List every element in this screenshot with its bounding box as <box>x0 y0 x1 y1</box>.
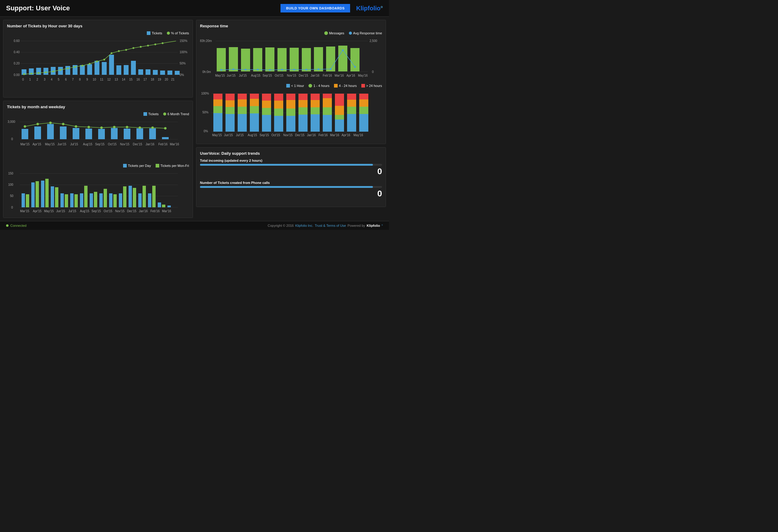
klipfolio-logo: Klipfolio° <box>356 5 383 12</box>
svg-rect-154 <box>152 186 156 207</box>
klipfolio-link[interactable]: Klipfolio Inc. <box>295 224 313 227</box>
svg-rect-177 <box>241 49 250 71</box>
svg-rect-229 <box>238 94 247 99</box>
svg-text:Jul'15: Jul'15 <box>68 210 76 213</box>
svg-text:6: 6 <box>65 78 67 81</box>
svg-rect-233 <box>250 94 259 99</box>
page-title: Support: User Voice <box>6 4 70 12</box>
svg-text:Nov'15: Nov'15 <box>283 134 293 137</box>
svg-text:Sep'15: Sep'15 <box>262 74 272 77</box>
svg-rect-262 <box>347 114 356 132</box>
svg-point-189 <box>245 69 246 71</box>
svg-rect-178 <box>253 48 262 71</box>
logo-text: Klipfolio <box>356 5 381 12</box>
svg-rect-180 <box>278 48 287 71</box>
trust-link[interactable]: Trust & Terms of Use <box>315 224 346 227</box>
svg-rect-255 <box>323 107 332 115</box>
svg-point-94 <box>49 122 52 124</box>
legend-per-day: Tickets per Day <box>123 164 151 167</box>
svg-point-99 <box>113 126 115 128</box>
footer-logo: Klipfolio <box>367 224 380 227</box>
svg-text:Mar'16: Mar'16 <box>330 134 339 137</box>
svg-text:Feb'16: Feb'16 <box>323 74 332 77</box>
svg-point-37 <box>45 71 47 73</box>
panel1-title: Number of Tickets by Hour over 30 days <box>7 24 189 28</box>
svg-rect-246 <box>298 115 308 132</box>
legend-color-blue <box>147 31 150 35</box>
svg-rect-239 <box>274 108 283 116</box>
svg-text:Oct'15: Oct'15 <box>104 210 112 213</box>
svg-text:1: 1 <box>29 78 31 81</box>
svg-rect-28 <box>138 69 143 75</box>
svg-text:0: 0 <box>22 78 24 81</box>
svg-text:Feb'16: Feb'16 <box>318 134 328 137</box>
svg-tickets-hour: 0.60 0.40 0.20 0.00 150% 100% 50% 0% <box>7 36 186 93</box>
svg-text:Dec'15: Dec'15 <box>133 143 142 146</box>
svg-rect-249 <box>298 94 308 100</box>
svg-response-stacked: 100% 50% 0% <box>200 89 376 139</box>
svg-rect-182 <box>302 48 311 71</box>
svg-text:Nov'15: Nov'15 <box>287 74 296 77</box>
svg-rect-25 <box>116 65 121 75</box>
svg-point-38 <box>52 71 54 72</box>
svg-rect-132 <box>90 193 93 207</box>
panel3-title: Response time <box>200 24 382 28</box>
logo-dot: ° <box>381 5 383 12</box>
svg-point-49 <box>133 47 134 49</box>
svg-text:Dec'15: Dec'15 <box>299 74 308 77</box>
svg-text:150: 150 <box>8 172 13 175</box>
svg-text:May'15: May'15 <box>215 74 225 77</box>
svg-rect-234 <box>262 115 271 132</box>
svg-text:150%: 150% <box>180 39 187 43</box>
svg-point-50 <box>140 46 142 48</box>
svg-point-193 <box>293 69 295 71</box>
svg-text:0: 0 <box>11 137 13 141</box>
svg-text:Dec'15: Dec'15 <box>127 210 137 213</box>
legend-dot-green <box>167 31 170 35</box>
svg-text:Aug'15: Aug'15 <box>83 143 92 146</box>
svg-text:Nov'15: Nov'15 <box>120 143 130 146</box>
svg-text:16: 16 <box>137 78 140 81</box>
support-value-1: 0 <box>200 167 382 176</box>
panel-tickets-by-hour: Number of Tickets by Hour over 30 days T… <box>3 20 193 97</box>
svg-rect-181 <box>290 48 299 71</box>
powered-by-text: Powered by <box>348 224 365 227</box>
svg-rect-265 <box>347 94 356 100</box>
svg-point-196 <box>330 68 331 70</box>
svg-rect-84 <box>73 128 79 139</box>
support-bar-fill-2 <box>200 186 373 188</box>
svg-text:0.00: 0.00 <box>14 73 20 77</box>
svg-rect-29 <box>146 69 150 75</box>
header-right: BUILD YOUR OWN DASHBOARDS Klipfolio° <box>281 4 383 12</box>
svg-rect-261 <box>335 94 344 106</box>
svg-text:Mar'16: Mar'16 <box>335 74 344 77</box>
svg-rect-248 <box>298 100 308 107</box>
panel3-legend-bottom: < 1 Hour 1 - 4 hours 4 - 24 hours > 24 h… <box>200 84 382 88</box>
svg-rect-227 <box>238 107 247 114</box>
svg-rect-131 <box>80 193 83 207</box>
svg-text:Mar'16: Mar'16 <box>162 210 171 213</box>
header: Support: User Voice BUILD YOUR OWN DASHB… <box>0 0 389 17</box>
svg-rect-140 <box>167 206 171 207</box>
svg-text:Jun'15: Jun'15 <box>224 134 233 137</box>
svg-point-39 <box>60 69 61 71</box>
svg-text:4: 4 <box>51 78 53 81</box>
main-content: Number of Tickets by Hour over 30 days T… <box>0 17 389 221</box>
svg-text:20: 20 <box>165 78 168 81</box>
footer-right: Copyright © 2016 Klipfolio Inc. Trust & … <box>268 224 383 227</box>
svg-text:0%: 0% <box>180 73 184 77</box>
svg-rect-224 <box>226 100 235 107</box>
svg-rect-149 <box>104 189 107 207</box>
svg-point-188 <box>232 68 234 70</box>
svg-rect-238 <box>274 116 283 132</box>
svg-point-47 <box>118 50 120 52</box>
svg-rect-141 <box>26 194 29 207</box>
svg-rect-228 <box>238 99 247 107</box>
svg-point-53 <box>162 42 163 44</box>
svg-text:15: 15 <box>129 78 133 81</box>
svg-rect-247 <box>298 107 308 115</box>
svg-rect-27 <box>131 61 136 75</box>
build-dashboards-button[interactable]: BUILD YOUR OWN DASHBOARDS <box>281 4 350 12</box>
legend3-avg-dot <box>349 31 352 35</box>
svg-rect-82 <box>47 124 54 139</box>
